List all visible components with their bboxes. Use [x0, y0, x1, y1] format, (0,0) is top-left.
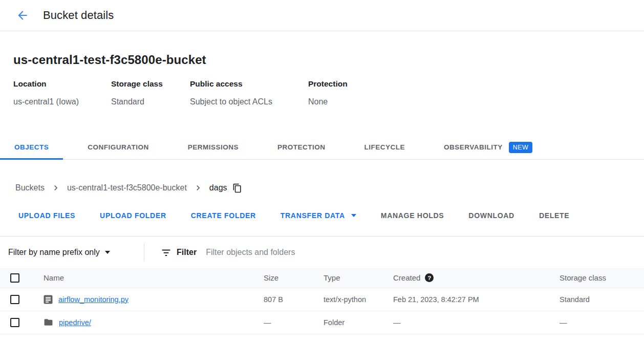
column-header-type: Type [313, 268, 382, 288]
create-folder-button[interactable]: CREATE FOLDER [191, 211, 256, 220]
page-title: Bucket details [43, 9, 114, 22]
tab-configuration[interactable]: CONFIGURATION [73, 135, 163, 159]
upload-files-button[interactable]: UPLOAD FILES [18, 211, 75, 220]
copy-path-button[interactable] [232, 183, 242, 193]
row-checkbox[interactable] [10, 318, 19, 327]
tab-protection[interactable]: PROTECTION [263, 135, 340, 159]
column-header-size: Size [253, 268, 313, 288]
meta-value: None [308, 97, 348, 106]
chevron-right-icon [193, 183, 203, 193]
arrow-left-icon [16, 9, 29, 22]
meta-label: Location [13, 79, 111, 89]
meta-label: Storage class [111, 79, 190, 89]
breadcrumb: Buckets us-central1-test-f3c5800e-bucket… [0, 182, 644, 194]
button-label: DELETE [539, 211, 569, 220]
cell-size: — [253, 311, 313, 334]
content-copy-icon [232, 183, 242, 193]
tab-label: LIFECYCLE [364, 143, 405, 151]
filter-input[interactable] [206, 248, 492, 257]
breadcrumb-buckets[interactable]: Buckets [15, 182, 45, 194]
filter-scope-dropdown[interactable]: Filter by name prefix only [8, 248, 144, 257]
meta-protection: Protection None [308, 79, 348, 106]
table-header-row: Name Size Type Created? Storage class [0, 268, 644, 288]
table-row: airflow_monitoring.py 807 B text/x-pytho… [0, 288, 644, 311]
column-header-label: Created [393, 273, 420, 282]
transfer-data-button[interactable]: TRANSFER DATA [281, 211, 356, 220]
meta-label: Public access [190, 79, 308, 89]
column-header-name: Name [33, 268, 253, 288]
bucket-meta-row: Location us-central1 (Iowa) Storage clas… [13, 79, 644, 106]
bucket-details-page: Bucket details us-central1-test-f3c5800e… [0, 0, 644, 334]
download-button[interactable]: DOWNLOAD [468, 211, 514, 220]
column-header-created: Created? [382, 268, 549, 288]
meta-location: Location us-central1 (Iowa) [13, 79, 111, 106]
breadcrumb-bucket-name[interactable]: us-central1-test-f3c5800e-bucket [67, 182, 187, 194]
text-file-icon [44, 295, 53, 304]
object-link[interactable]: airflow_monitoring.py [58, 295, 128, 304]
caret-down-icon [351, 214, 356, 217]
tab-permissions[interactable]: PERMISSIONS [174, 135, 253, 159]
table-row: pipedrive/ — Folder — — [0, 311, 644, 334]
select-all-checkbox[interactable] [10, 273, 19, 283]
cell-storage-class: Standard [549, 288, 644, 311]
meta-value: us-central1 (Iowa) [13, 97, 111, 106]
button-label: CREATE FOLDER [191, 211, 256, 220]
meta-storage-class: Storage class Standard [111, 79, 190, 106]
cell-type: text/x-python [313, 288, 382, 311]
vertical-divider [144, 243, 144, 262]
filter-label: Filter [177, 248, 197, 257]
cell-size: 807 B [253, 288, 313, 311]
column-header-storage-class: Storage class [549, 268, 644, 288]
meta-value: Subject to object ACLs [190, 97, 308, 106]
cell-storage-class: — [549, 311, 644, 334]
tab-label: OBSERVABILITY [444, 143, 503, 151]
delete-button[interactable]: DELETE [539, 211, 569, 220]
objects-table: Name Size Type Created? Storage class ai… [0, 268, 644, 334]
row-checkbox[interactable] [10, 295, 19, 304]
folder-icon [44, 317, 53, 327]
bucket-name: us-central1-test-f3c5800e-bucket [13, 52, 644, 68]
meta-value: Standard [111, 97, 190, 106]
tab-observability[interactable]: OBSERVABILITY NEW [430, 135, 547, 159]
back-button[interactable] [15, 8, 30, 23]
tab-lifecycle[interactable]: LIFECYCLE [350, 135, 420, 159]
button-label: UPLOAD FOLDER [100, 211, 166, 220]
button-label: TRANSFER DATA [281, 211, 345, 220]
tab-label: CONFIGURATION [88, 143, 149, 151]
tab-objects[interactable]: OBJECTS [0, 135, 63, 159]
new-badge: NEW [509, 142, 532, 153]
meta-label: Protection [308, 79, 348, 89]
tab-label: PERMISSIONS [188, 143, 239, 151]
meta-public-access: Public access Subject to object ACLs [190, 79, 308, 106]
object-actions-toolbar: UPLOAD FILES UPLOAD FOLDER CREATE FOLDER… [0, 210, 644, 221]
tab-label: OBJECTS [14, 143, 49, 151]
filter-bar: Filter by name prefix only Filter [0, 237, 644, 268]
cell-created: Feb 21, 2023, 8:42:27 PM [382, 288, 549, 311]
cell-type: Folder [313, 311, 382, 334]
filter-scope-label: Filter by name prefix only [8, 248, 100, 257]
upload-folder-button[interactable]: UPLOAD FOLDER [100, 211, 166, 220]
button-label: MANAGE HOLDS [381, 211, 444, 220]
top-header: Bucket details [0, 0, 644, 31]
chevron-right-icon [51, 183, 61, 193]
help-icon[interactable]: ? [425, 273, 434, 282]
tab-label: PROTECTION [277, 143, 326, 151]
tab-bar: OBJECTS CONFIGURATION PERMISSIONS PROTEC… [0, 135, 644, 160]
object-link[interactable]: pipedrive/ [59, 318, 91, 327]
filter-list-icon [161, 247, 171, 258]
manage-holds-button[interactable]: MANAGE HOLDS [381, 211, 444, 220]
caret-down-icon [105, 251, 110, 254]
cell-created: — [382, 311, 549, 334]
button-label: UPLOAD FILES [18, 211, 75, 220]
breadcrumb-current-folder: dags [209, 182, 227, 194]
button-label: DOWNLOAD [468, 211, 514, 220]
bucket-summary: us-central1-test-f3c5800e-bucket Locatio… [0, 31, 644, 106]
